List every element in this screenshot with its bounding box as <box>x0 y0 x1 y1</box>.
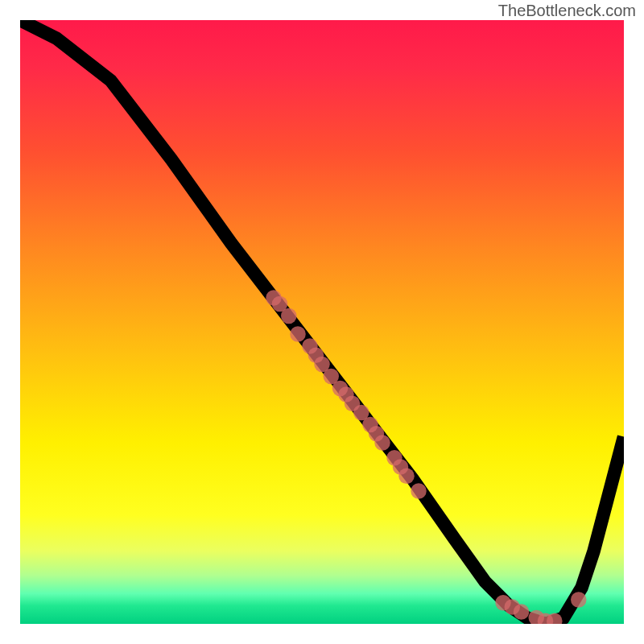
data-marker <box>571 592 586 607</box>
plot-area <box>20 20 624 624</box>
data-marker <box>514 604 529 619</box>
bottleneck-curve <box>20 20 624 624</box>
data-marker <box>411 483 427 498</box>
chart-svg <box>20 20 624 624</box>
data-markers-group <box>266 290 586 624</box>
watermark-text: TheBottleneck.com <box>498 2 636 20</box>
data-marker <box>290 326 306 342</box>
data-marker <box>374 435 390 450</box>
data-marker <box>281 308 297 324</box>
data-marker <box>398 469 415 484</box>
